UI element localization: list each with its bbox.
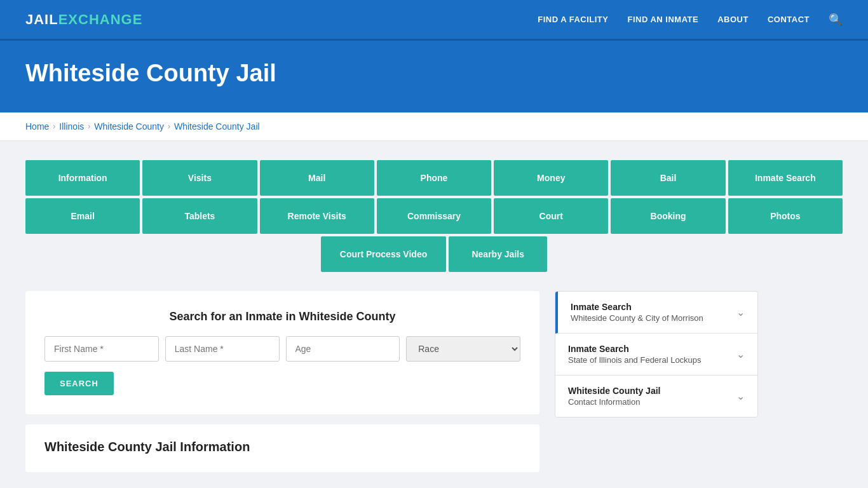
- site-header: JAIL EXCHANGE FIND A FACILITY FIND AN IN…: [0, 0, 868, 41]
- search-fields: Race White Black Hispanic Asian Other: [44, 336, 520, 362]
- nav-contact[interactable]: CONTACT: [768, 15, 810, 24]
- info-section: Whiteside County Jail Information: [25, 424, 539, 472]
- sidebar-item-1[interactable]: Inmate Search State of Illinois and Fede…: [555, 334, 757, 376]
- btn-visits[interactable]: Visits: [142, 160, 257, 196]
- button-grid-row3: Court Process Video Nearby Jails: [25, 236, 843, 272]
- breadcrumb-illinois[interactable]: Illinois: [59, 121, 84, 132]
- chevron-down-icon-0: ⌄: [736, 306, 745, 318]
- search-icon[interactable]: 🔍: [829, 13, 843, 27]
- logo[interactable]: JAIL EXCHANGE: [25, 11, 142, 28]
- search-title: Search for an Inmate in Whiteside County: [44, 310, 520, 323]
- sidebar-item-sub-2: Contact Information: [568, 397, 660, 407]
- breadcrumb-sep-1: ›: [53, 122, 55, 131]
- btn-bail[interactable]: Bail: [611, 160, 725, 196]
- btn-booking[interactable]: Booking: [611, 198, 725, 234]
- info-title: Whiteside County Jail Information: [44, 440, 520, 454]
- btn-information[interactable]: Information: [25, 160, 140, 196]
- left-column: Search for an Inmate in Whiteside County…: [25, 291, 539, 472]
- breadcrumb-whiteside-county[interactable]: Whiteside County: [94, 121, 164, 132]
- breadcrumb-home[interactable]: Home: [25, 121, 49, 132]
- inmate-search-section: Search for an Inmate in Whiteside County…: [25, 291, 539, 414]
- hero-section: Whiteside County Jail: [0, 41, 868, 112]
- main-nav: FIND A FACILITY FIND AN INMATE ABOUT CON…: [538, 13, 843, 27]
- page-title: Whiteside County Jail: [25, 60, 843, 87]
- btn-money[interactable]: Money: [494, 160, 608, 196]
- breadcrumb-sep-3: ›: [168, 122, 170, 131]
- race-select[interactable]: Race White Black Hispanic Asian Other: [406, 336, 520, 362]
- sidebar-item-text-2: Whiteside County Jail Contact Informatio…: [568, 386, 660, 407]
- sidebar-item-sub-0: Whiteside County & City of Morrison: [571, 313, 703, 323]
- nav-find-facility[interactable]: FIND A FACILITY: [538, 15, 608, 24]
- btn-court-process-video[interactable]: Court Process Video: [321, 236, 446, 272]
- sidebar-item-title-0: Inmate Search: [571, 302, 703, 312]
- btn-tablets[interactable]: Tablets: [142, 198, 257, 234]
- btn-inmate-search[interactable]: Inmate Search: [728, 160, 843, 196]
- first-name-input[interactable]: [44, 336, 159, 362]
- btn-photos[interactable]: Photos: [728, 198, 843, 234]
- btn-court[interactable]: Court: [494, 198, 608, 234]
- chevron-down-icon-2: ⌄: [736, 390, 745, 402]
- btn-mail[interactable]: Mail: [260, 160, 374, 196]
- btn-email[interactable]: Email: [25, 198, 140, 234]
- age-input[interactable]: [286, 336, 400, 362]
- button-grid-row2: Email Tablets Remote Visits Commissary C…: [25, 198, 843, 234]
- breadcrumb-bar: Home › Illinois › Whiteside County › Whi…: [0, 112, 868, 141]
- breadcrumb-jail[interactable]: Whiteside County Jail: [174, 121, 260, 132]
- logo-exchange: EXCHANGE: [58, 11, 143, 28]
- logo-jail: JAIL: [25, 11, 58, 28]
- sidebar-item-2[interactable]: Whiteside County Jail Contact Informatio…: [555, 376, 757, 417]
- btn-commissary[interactable]: Commissary: [377, 198, 491, 234]
- button-grid-row1: Information Visits Mail Phone Money Bail…: [25, 160, 843, 196]
- sidebar-item-0[interactable]: Inmate Search Whiteside County & City of…: [555, 292, 757, 334]
- search-button[interactable]: SEARCH: [44, 372, 114, 395]
- chevron-down-icon-1: ⌄: [736, 348, 745, 360]
- sidebar-item-title-2: Whiteside County Jail: [568, 386, 660, 396]
- btn-nearby-jails[interactable]: Nearby Jails: [449, 236, 547, 272]
- sidebar-item-title-1: Inmate Search: [568, 344, 702, 354]
- sidebar-item-text-0: Inmate Search Whiteside County & City of…: [571, 302, 703, 323]
- breadcrumb: Home › Illinois › Whiteside County › Whi…: [25, 121, 843, 132]
- btn-phone[interactable]: Phone: [377, 160, 491, 196]
- nav-about[interactable]: ABOUT: [717, 15, 749, 24]
- sidebar-item-sub-1: State of Illinois and Federal Lockups: [568, 355, 702, 365]
- main-content: Information Visits Mail Phone Money Bail…: [0, 141, 868, 488]
- breadcrumb-sep-2: ›: [88, 122, 90, 131]
- btn-remote-visits[interactable]: Remote Visits: [260, 198, 374, 234]
- sidebar: Inmate Search Whiteside County & City of…: [555, 291, 758, 417]
- nav-find-inmate[interactable]: FIND AN INMATE: [627, 15, 698, 24]
- content-layout: Search for an Inmate in Whiteside County…: [25, 291, 843, 472]
- last-name-input[interactable]: [165, 336, 280, 362]
- sidebar-item-text-1: Inmate Search State of Illinois and Fede…: [568, 344, 702, 365]
